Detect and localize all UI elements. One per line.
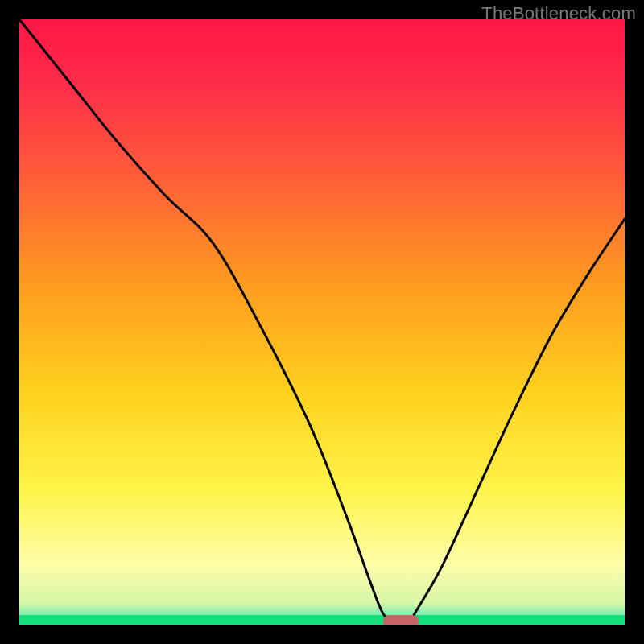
chart-stage: TheBottleneck.com xyxy=(0,0,644,644)
bottleneck-curve xyxy=(19,19,625,625)
curve-path xyxy=(19,19,625,625)
attribution-label: TheBottleneck.com xyxy=(481,3,636,24)
optimum-marker xyxy=(383,615,419,625)
plot-area xyxy=(19,19,625,625)
